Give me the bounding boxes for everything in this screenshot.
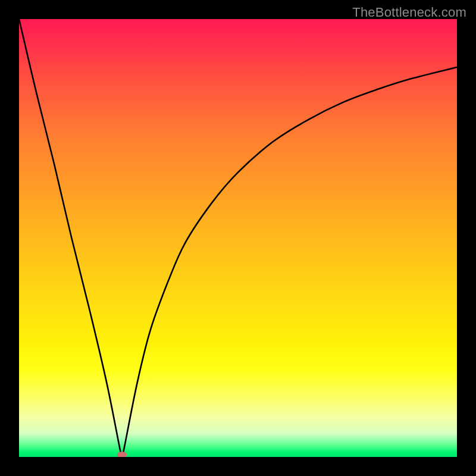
plot-area <box>19 19 457 457</box>
mismatch-curve <box>19 19 457 457</box>
vertex-marker <box>117 452 127 457</box>
chart-frame: TheBottleneck.com <box>0 0 476 476</box>
watermark-text: TheBottleneck.com <box>352 5 466 20</box>
